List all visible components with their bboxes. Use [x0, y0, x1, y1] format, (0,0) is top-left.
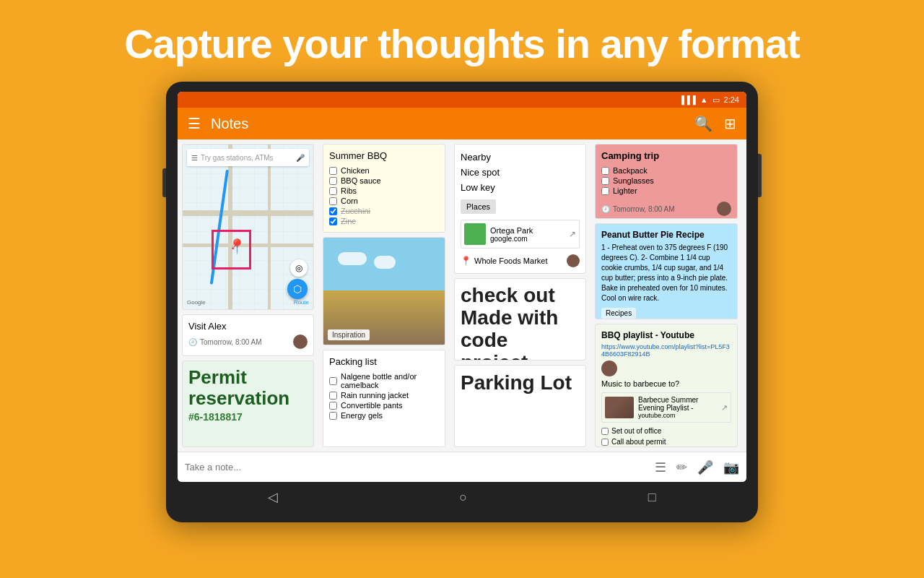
camp-time: Tomorrow, 8:00 AM: [613, 205, 675, 213]
page-headline: Capture your thoughts in any format: [14, 20, 910, 67]
recents-button[interactable]: □: [634, 486, 671, 509]
set-office-item: Set out of office: [601, 426, 731, 436]
bbq-check-2[interactable]: [329, 177, 337, 185]
camp-check-2[interactable]: [601, 177, 609, 185]
bbq-item-1: Chicken: [329, 165, 439, 176]
notes-grid: 📍 ↓ ◎ ⬡ Google Route: [178, 139, 746, 452]
pack-check-4[interactable]: [329, 412, 337, 420]
tablet-wrapper: ▐▐▐ ▲ ▭ 2:24 ☰ Notes 🔍 ⊞: [0, 82, 924, 522]
bbq-check-5[interactable]: [329, 207, 337, 215]
pack-item-2: Rain running jacket: [329, 390, 439, 400]
cloud-2: [374, 256, 396, 269]
bar-icons: 🔍 ⊞: [694, 115, 736, 132]
bbq-playlist-card[interactable]: BBQ playlist - Youtube https://www.youtu…: [595, 324, 738, 447]
camera-icon[interactable]: 📷: [723, 460, 739, 475]
map-search-bar[interactable]: ☰ Try gas stations, ATMs 🎤: [187, 149, 309, 166]
note-input[interactable]: [185, 462, 649, 473]
visit-alex-time: Tomorrow, 8:00 AM: [200, 338, 262, 346]
pb-pie-card[interactable]: Peanut Butter Pie Recipe 1 - Preheat ove…: [595, 223, 738, 320]
nearby-card[interactable]: Nearby Nice spot Low key Places Ortega P…: [454, 144, 586, 274]
visit-alex-reminder: 🕗 Tomorrow, 8:00 AM: [188, 335, 308, 349]
office-check[interactable]: [601, 428, 609, 435]
tablet-frame: ▐▐▐ ▲ ▭ 2:24 ☰ Notes 🔍 ⊞: [166, 82, 758, 522]
permit-number: #6-1818817: [188, 411, 308, 423]
bottom-toolbar: ☰ ✏ 🎤 📷: [178, 452, 746, 482]
pack-item-3: Convertible pants: [329, 400, 439, 410]
toolbar-icons: ☰ ✏ 🎤 📷: [655, 460, 739, 475]
nearby-line-1: Nearby: [461, 150, 580, 165]
bbq-item-4: Corn: [329, 196, 439, 206]
call-permit-item: Call about permit: [601, 436, 731, 447]
status-time: 2:24: [724, 95, 739, 104]
pack-item-4: Energy gels: [329, 410, 439, 420]
places-button[interactable]: Places: [461, 199, 496, 214]
mic-icon[interactable]: 🎤: [697, 460, 713, 475]
packing-card[interactable]: Packing list Nalgene bottle and/or camel…: [323, 350, 445, 447]
cloud-1: [338, 252, 367, 265]
pack-check-3[interactable]: [329, 402, 337, 410]
bbq-check-4[interactable]: [329, 197, 337, 205]
place-item[interactable]: Ortega Park google.com ↗: [461, 220, 580, 249]
bbq-avatar: [601, 361, 617, 376]
whole-foods-avatar: [567, 254, 580, 267]
pack-check-2[interactable]: [329, 392, 337, 400]
notes-col-3: Nearby Nice spot Low key Places Ortega P…: [450, 139, 590, 452]
place-domain: google.com: [490, 235, 533, 243]
visit-alex-card[interactable]: Visit Alex 🕗 Tomorrow, 8:00 AM: [182, 314, 314, 356]
map-route-link[interactable]: Route: [294, 299, 309, 306]
permit-card[interactable]: Permit reservation #6-1818817: [182, 361, 314, 447]
bbq-video-thumb[interactable]: Barbecue Summer Evening Playlist - youtu…: [601, 392, 731, 423]
yt-domain: youtube.com: [638, 412, 717, 419]
pack-item-1: Nalgene bottle and/or camelback: [329, 371, 439, 390]
edit-icon[interactable]: ✏: [676, 460, 687, 475]
camp-clock-icon: 🕗: [601, 205, 610, 213]
status-wifi-icon: ▲: [700, 95, 708, 104]
status-signal-icon: ▐▐▐: [679, 95, 695, 104]
back-button[interactable]: ◁: [253, 485, 292, 509]
map-mic-icon[interactable]: 🎤: [296, 154, 305, 162]
list-icon[interactable]: ☰: [655, 460, 666, 475]
bbq-check-6[interactable]: [329, 217, 337, 225]
map-bg: 📍 ↓ ◎ ⬡ Google Route: [183, 144, 313, 309]
whole-foods-row: 📍 Whole Foods Market: [461, 254, 580, 267]
grid-view-icon[interactable]: ⊞: [724, 115, 736, 132]
yt-thumbnail: [605, 397, 634, 418]
summer-bbq-card[interactable]: Summer BBQ Chicken BBQ sauce: [323, 144, 445, 233]
camp-item-1: Backpack: [601, 165, 731, 176]
photo-card[interactable]: Inspiration: [323, 237, 445, 345]
visit-alex-title: Visit Alex: [188, 321, 308, 332]
whole-foods-label: Whole Foods Market: [474, 256, 547, 265]
search-icon[interactable]: 🔍: [694, 115, 712, 132]
external-link-icon[interactable]: ↗: [569, 229, 576, 239]
pack-check-1[interactable]: [329, 377, 337, 385]
bbq-check-1[interactable]: [329, 167, 337, 175]
location-icon: 📍: [461, 256, 471, 266]
notes-col-1: 📍 ↓ ◎ ⬡ Google Route: [178, 139, 318, 452]
summer-bbq-title: Summer BBQ: [329, 150, 439, 161]
yt-link-icon[interactable]: ↗: [721, 403, 728, 413]
status-bar: ▐▐▐ ▲ ▭ 2:24: [178, 92, 746, 108]
camp-check-3[interactable]: [601, 187, 609, 195]
bbq-item-3: Ribs: [329, 186, 439, 196]
code-project-text: check out Made with code project: [461, 285, 580, 361]
location-btn[interactable]: ◎: [290, 259, 308, 277]
place-name: Ortega Park: [490, 226, 533, 235]
packing-title: Packing list: [329, 356, 439, 367]
permit-check[interactable]: [601, 439, 609, 446]
code-project-card[interactable]: check out Made with code project Work: [454, 278, 586, 361]
camp-item-3: Lighter: [601, 186, 731, 196]
navigate-btn[interactable]: ⬡: [287, 279, 308, 299]
page-wrapper: Capture your thoughts in any format ▐▐▐ …: [0, 0, 924, 578]
bbq-check-3[interactable]: [329, 187, 337, 195]
pb-title: Peanut Butter Pie Recipe: [601, 230, 731, 240]
parking-card[interactable]: Parking Lot: [454, 365, 586, 447]
camping-card[interactable]: Camping trip Backpack Sunglasses: [595, 144, 738, 219]
camping-reminder: 🕗 Tomorrow, 8:00 AM: [601, 202, 731, 216]
camp-avatar: [717, 202, 731, 216]
camp-item-2: Sunglasses: [601, 176, 731, 186]
map-note-card[interactable]: 📍 ↓ ◎ ⬡ Google Route: [182, 144, 314, 310]
map-search-placeholder: Try gas stations, ATMs: [201, 154, 296, 162]
home-button[interactable]: ○: [445, 486, 481, 509]
hamburger-icon[interactable]: ☰: [188, 115, 201, 132]
camp-check-1[interactable]: [601, 167, 609, 175]
